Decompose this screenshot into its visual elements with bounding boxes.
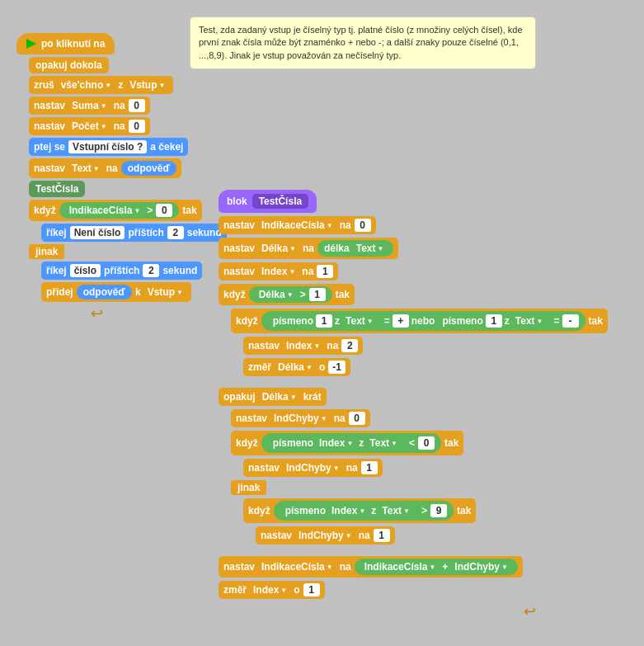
text-dd3[interactable]: Text ▼	[512, 314, 547, 328]
gt-value[interactable]: 0	[156, 204, 172, 217]
set-indikace-block[interactable]: nastav IndikaceCísla ▼ na 0	[219, 216, 376, 234]
else2-block: jinak	[231, 480, 266, 495]
suma-value[interactable]: 0	[129, 99, 145, 112]
set-suma-block[interactable]: nastav Suma ▼ na 0	[29, 97, 150, 115]
if-indikace-block[interactable]: když IndikaceCísla ▼ > 0 tak	[29, 200, 202, 221]
text-dd1[interactable]: Text ▼	[353, 242, 388, 255]
sec-value1[interactable]: 2	[167, 226, 184, 239]
indikace-dd2[interactable]: IndikaceCísla ▼	[258, 560, 336, 573]
set-index-block[interactable]: nastav Index ▼ na 1	[219, 262, 338, 281]
text-dd4[interactable]: Text ▼	[366, 436, 401, 450]
indikace-dropdown[interactable]: IndikaceCísla ▼	[66, 204, 144, 217]
delka-dd4[interactable]: Délka ▼	[259, 390, 300, 403]
indchyby-dd4[interactable]: IndChyby ▼	[451, 560, 511, 573]
pismeno-index2-block[interactable]: písmeno Index ▼ z Text ▼	[280, 502, 418, 519]
delka-gt-block[interactable]: Délka ▼ > 1	[249, 286, 332, 303]
pismeno-index-block[interactable]: písmeno Index ▼ z Text ▼	[268, 435, 406, 451]
index-dd[interactable]: Index ▼	[258, 265, 298, 278]
pridej-label: přidej	[46, 286, 73, 298]
set-indchyby3-block[interactable]: nastav IndChyby ▼ na 1	[256, 526, 395, 545]
index-val[interactable]: 1	[317, 265, 333, 278]
gt9-cond-block[interactable]: písmeno Index ▼ z Text ▼ > 9	[274, 501, 454, 521]
ask-block[interactable]: ptej se Vstupní číslo ? a čekej	[29, 138, 188, 156]
change-index-block[interactable]: změř Index ▼ o 1	[219, 581, 325, 599]
text-dd5[interactable]: Text ▼	[378, 504, 413, 517]
vstup-dropdown[interactable]: Vstup ▼	[126, 78, 168, 92]
odpoved2-block[interactable]: odpověď	[77, 285, 132, 299]
ask-row: ptej se Vstupní číslo ? a čekej	[29, 138, 227, 156]
say-cislo-block[interactable]: říkej číslo příštích 2 sekund	[41, 262, 202, 280]
pocet-dropdown[interactable]: Počet ▼	[68, 120, 110, 133]
index2-val[interactable]: 2	[341, 339, 358, 352]
set-index2-block[interactable]: nastav Index ▼ na 2	[243, 337, 363, 355]
test-cisla-block[interactable]: TestČísla	[29, 181, 85, 197]
pismeno2-block[interactable]: písmeno 1 z Text ▼	[437, 313, 551, 329]
index-dd4[interactable]: Index ▼	[328, 504, 369, 517]
lt-val[interactable]: 0	[418, 436, 435, 450]
set-pocet-block[interactable]: nastav Počet ▼ na 0	[29, 117, 150, 135]
indikace-sum-block[interactable]: IndikaceCísla ▼ + IndChyby ▼	[355, 559, 518, 575]
odpoved-block[interactable]: odpověď	[121, 161, 176, 176]
kdyz-label: když	[34, 205, 56, 216]
indchyby-dd2[interactable]: IndChyby ▼	[283, 461, 343, 474]
delka-change-val[interactable]: -1	[328, 361, 346, 374]
suma-dropdown[interactable]: Suma ▼	[68, 99, 110, 112]
say-neni-block[interactable]: říkej Není číslo příštích 2 sekund	[41, 224, 227, 242]
cislo-value[interactable]: číslo	[70, 264, 101, 277]
plus-sign[interactable]: +	[393, 314, 409, 328]
indikace-val[interactable]: 0	[355, 219, 371, 232]
delka-dd[interactable]: Délka ▼	[258, 242, 299, 255]
delka-dd3[interactable]: Délka ▼	[275, 361, 316, 374]
set-indchyby-block[interactable]: nastav IndChyby ▼ na 0	[231, 409, 370, 427]
indchyby-val2[interactable]: 1	[361, 461, 378, 474]
indchyby-dd3[interactable]: IndChyby ▼	[295, 529, 355, 542]
set-indikace2-block[interactable]: nastav IndikaceCísla ▼ na IndikaceCísla …	[219, 556, 523, 578]
indchyby-val1[interactable]: 0	[349, 412, 365, 425]
set-indchyby2-block[interactable]: nastav IndChyby ▼ na 1	[243, 459, 383, 477]
everything-dropdown[interactable]: vše'chno ▼	[58, 78, 115, 92]
text-dropdown[interactable]: Text ▼	[68, 162, 103, 175]
set-text-block[interactable]: nastav Text ▼ na odpověď	[29, 158, 181, 178]
sec-value2[interactable]: 2	[143, 264, 159, 277]
indchyby-dd1[interactable]: IndChyby ▼	[270, 412, 331, 425]
define-block[interactable]: blok TestČísla	[219, 190, 317, 213]
index-dd3[interactable]: Index ▼	[316, 436, 356, 450]
vstup2-dropdown[interactable]: Vstup ▼	[144, 285, 186, 299]
minus-sign[interactable]: -	[562, 314, 579, 328]
if-lt-block[interactable]: když písmeno Index ▼ z Text ▼	[231, 431, 463, 455]
when-clicked-block[interactable]: po kliknutí na	[16, 33, 115, 54]
add-odpoved-block[interactable]: přidej odpověď k Vstup ▼	[41, 282, 191, 302]
indikace-dd1[interactable]: IndikaceCísla ▼	[258, 219, 336, 232]
pismeno1-block[interactable]: písmeno 1 z Text ▼	[268, 313, 382, 329]
if-gt9-block[interactable]: když písmeno Index ▼ z Text ▼	[243, 498, 476, 523]
if-sign-block[interactable]: když písmeno 1 z Text ▼ = + nebo	[231, 309, 608, 333]
index-change-val[interactable]: 1	[303, 583, 320, 596]
repeat-forever-block[interactable]: opakuj dokola	[29, 57, 109, 73]
change-delka-row: změř Délka ▼ o -1	[243, 358, 608, 376]
repeat-label: opakuj dokola	[35, 59, 102, 71]
repeat-delka-block[interactable]: opakuj Délka ▼ krát	[219, 388, 327, 406]
text-dd2[interactable]: Text ▼	[342, 314, 377, 328]
left-script-panel: po kliknutí na opakuj dokola zruš vše'ch…	[16, 33, 227, 323]
clear-block[interactable]: zruš vše'chno ▼ z Vstup ▼	[29, 76, 173, 94]
index-dd2[interactable]: Index ▼	[283, 339, 323, 352]
p2-num[interactable]: 1	[486, 314, 502, 328]
gt9-val[interactable]: 9	[430, 504, 447, 517]
delka-gt-val[interactable]: 1	[309, 288, 326, 301]
change-delka-block[interactable]: změř Délka ▼ o -1	[243, 358, 350, 376]
indikace-gt-block[interactable]: IndikaceCísla ▼ > 0	[59, 202, 180, 219]
pocet-value[interactable]: 0	[129, 120, 145, 133]
neni-value[interactable]: Není číslo	[70, 226, 125, 239]
index-dd5[interactable]: Index ▼	[250, 583, 290, 596]
sign-cond-block[interactable]: písmeno 1 z Text ▼ = + nebo písmeno 1	[261, 311, 585, 331]
delka-fn-block[interactable]: délka Text ▼	[317, 240, 393, 257]
lt-cond-block[interactable]: písmeno Index ▼ z Text ▼ < 0	[261, 433, 441, 453]
indchyby-val3[interactable]: 1	[374, 529, 390, 542]
indikace-dd3[interactable]: IndikaceCísla ▼	[361, 560, 440, 573]
delka-dd2[interactable]: Délka ▼	[256, 288, 297, 301]
ask-value[interactable]: Vstupní číslo ?	[68, 140, 147, 153]
if-delka-block[interactable]: když Délka ▼ > 1 tak	[219, 284, 355, 305]
set-delka-block[interactable]: nastav Délka ▼ na délka Text ▼	[219, 238, 398, 259]
p1-num[interactable]: 1	[316, 314, 332, 328]
if-indikace-row: když IndikaceCísla ▼ > 0 tak	[29, 200, 227, 221]
